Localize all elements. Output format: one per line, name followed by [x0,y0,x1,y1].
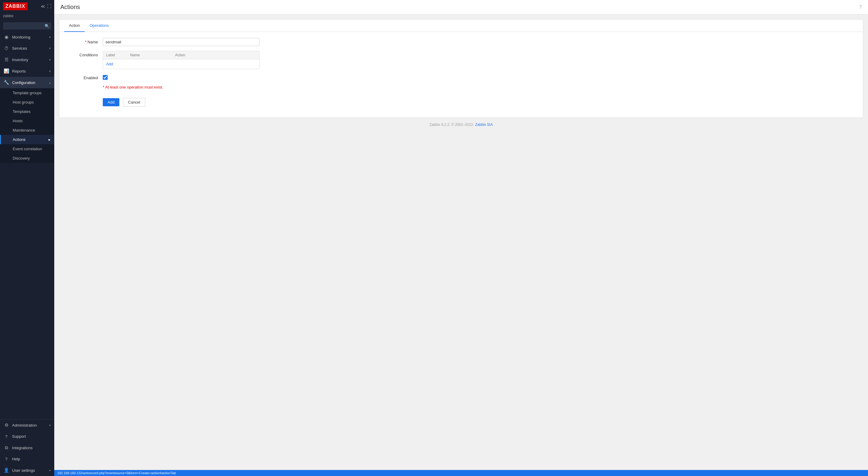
chevron-down-icon: ▾ [49,47,51,50]
chevron-up-icon: ▴ [49,81,51,84]
zabbix-logo: ZABBIX [3,2,28,10]
monitoring-icon: ◉ [4,34,9,40]
sidebar-item-services[interactable]: ⏱ Services ▾ [0,43,54,54]
buttons-spacer [67,98,103,100]
sidebar-item-label: Reports [12,69,46,73]
chevron-down-icon: ▾ [49,70,51,73]
enabled-checkbox-wrapper [103,74,259,80]
sidebar-item-reports[interactable]: 📊 Reports ▾ [0,65,54,77]
add-button[interactable]: Add [103,98,119,106]
search-icon[interactable]: 🔍 [44,24,50,28]
footer-bar: 192.168.160.132/actionconf.php?eventsour… [54,470,868,476]
chevron-down-icon: ▾ [49,423,51,427]
sidebar-item-discovery[interactable]: Discovery [0,154,54,163]
error-spacer [67,85,103,87]
name-input[interactable] [103,38,259,46]
error-message: At least one operation must exist. [103,85,259,90]
sidebar-item-maintenance[interactable]: Maintenance [0,126,54,135]
page-title: Actions [60,4,80,10]
arrow-right-icon: ▸ [49,137,51,142]
footer-text: Zabbix 6.2.2. © 2001–2022. [430,123,474,127]
form-tabs: Action Operations [59,20,863,32]
enabled-row: Enabled [67,74,856,80]
footer-nav: ⚙ Administration ▾ ? Support ⧉ Integrati… [0,419,54,476]
error-row: At least one operation must exist. [67,85,856,93]
sidebar-item-configuration[interactable]: 🔧 Configuration ▴ [0,77,54,88]
sidebar-item-label: Integrations [12,446,51,450]
configuration-icon: 🔧 [4,80,9,85]
chevron-down-icon: ▾ [49,36,51,39]
services-icon: ⏱ [4,46,9,51]
user-icon: 👤 [4,468,9,473]
collapse-icon[interactable]: ≪ [41,4,45,9]
sidebar-item-template-groups[interactable]: Template groups [0,88,54,98]
main-content: Actions ? Action Operations Name [54,0,868,476]
enabled-label: Enabled [67,74,103,80]
support-icon: ? [4,434,9,439]
actions-label: Actions [13,137,26,142]
sidebar-username: zabbix [0,13,54,21]
conditions-body: Add [103,59,259,69]
error-control: At least one operation must exist. [103,85,259,93]
sidebar: ZABBIX ≪ ⛶ zabbix 🔍 ◉ Monitoring ▾ ⏱ Ser… [0,0,54,476]
name-control [103,38,259,46]
sidebar-item-hosts[interactable]: Hosts [0,116,54,126]
chevron-down-icon: ▾ [49,469,51,472]
enabled-checkbox[interactable] [103,75,107,80]
reports-icon: 📊 [4,68,9,74]
col-name: Name [130,53,175,57]
buttons-row: Add Cancel [67,98,856,107]
sidebar-item-integrations[interactable]: ⧉ Integrations [0,442,54,453]
content-area: Action Operations Name Conditions [54,14,868,470]
sidebar-item-help[interactable]: ? Help [0,453,54,465]
topbar: Actions ? [54,0,868,14]
sidebar-item-event-correlation[interactable]: Event correlation [0,144,54,154]
buttons-control: Add Cancel [103,98,259,107]
chevron-down-icon: ▾ [49,58,51,61]
sidebar-item-label: Help [12,457,51,461]
integrations-icon: ⧉ [4,445,9,450]
administration-icon: ⚙ [4,422,9,428]
sidebar-item-actions[interactable]: Actions ▸ [0,135,54,144]
conditions-header: Label Name Action [103,51,259,59]
name-label: Name [67,38,103,44]
sidebar-item-label: Inventory [12,58,46,62]
sidebar-item-support[interactable]: ? Support [0,431,54,442]
form-card: Action Operations Name Conditions [59,19,863,118]
conditions-add-link[interactable]: Add [106,62,113,66]
conditions-label: Conditions [67,51,103,57]
sidebar-item-monitoring[interactable]: ◉ Monitoring ▾ [0,31,54,43]
fullscreen-icon[interactable]: ⛶ [47,4,51,9]
sidebar-item-templates[interactable]: Templates [0,107,54,116]
help-icon: ? [4,456,9,462]
sidebar-item-label: User settings [12,468,46,473]
sidebar-item-inventory[interactable]: ☰ Inventory ▾ [0,54,54,65]
sidebar-item-host-groups[interactable]: Host groups [0,98,54,107]
inventory-icon: ☰ [4,57,9,62]
sidebar-item-label: Administration [12,423,46,428]
search-container: 🔍 [0,21,54,31]
sidebar-item-label: Services [12,46,46,50]
sidebar-item-label: Monitoring [12,35,46,39]
sidebar-item-label: Configuration [12,80,46,85]
form-body: Name Conditions Label Name Action [59,32,863,117]
content-footer: Zabbix 6.2.2. © 2001–2022. Zabbix SIA [59,118,863,132]
footer-link[interactable]: Zabbix SIA [475,123,493,127]
name-row: Name [67,38,856,46]
search-input[interactable] [3,22,51,30]
enabled-control [103,74,259,80]
main-nav: ◉ Monitoring ▾ ⏱ Services ▾ ☰ Inventory … [0,31,54,163]
help-icon[interactable]: ? [859,4,862,10]
configuration-submenu: Template groups Host groups Templates Ho… [0,88,54,163]
sidebar-item-administration[interactable]: ⚙ Administration ▾ [0,419,54,431]
sidebar-item-label: Support [12,434,51,439]
conditions-control: Label Name Action Add [103,51,259,69]
col-action: Action [175,53,220,57]
tab-action[interactable]: Action [64,20,85,32]
sidebar-collapse-icons: ≪ ⛶ [41,4,51,9]
cancel-button[interactable]: Cancel [123,98,145,107]
sidebar-item-user-settings[interactable]: 👤 User settings ▾ [0,465,54,476]
conditions-table: Label Name Action Add [103,51,259,69]
tab-operations[interactable]: Operations [85,20,114,32]
sidebar-header: ZABBIX ≪ ⛶ [0,0,54,13]
